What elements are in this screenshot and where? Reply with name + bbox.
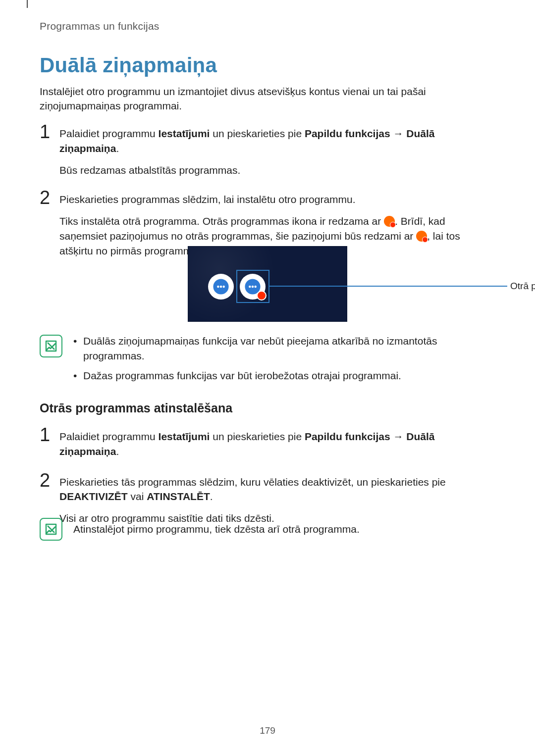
dual-app-badge-icon	[416, 231, 427, 242]
step-text: Palaidiet programmu Iestatījumi un piesk…	[59, 126, 495, 156]
section-header: Programmas un funkcijas	[40, 20, 160, 32]
note-item: Dažas programmas funkcijas var būt ierob…	[73, 368, 495, 383]
note-text: Atinstalējot pirmo programmu, tiek dzēst…	[73, 517, 360, 541]
intro-paragraph: Instalējiet otro programmu un izmantojie…	[40, 85, 495, 113]
step-subtext: Būs redzamas atbalstītās programmas.	[59, 163, 495, 178]
app-icon-primary	[208, 274, 234, 300]
callout-leader-line	[269, 286, 507, 287]
callout-box	[236, 270, 269, 303]
page-number: 179	[0, 725, 535, 736]
margin-rule	[27, 0, 28, 8]
figure-dual-app-homescreen: Otrā programma	[188, 246, 347, 322]
svg-point-2	[220, 286, 222, 288]
step-text: Pieskarieties tās programmas slēdzim, ku…	[59, 475, 495, 504]
step-number: 1	[40, 122, 59, 177]
step-text: Pieskarieties programmas slēdzim, lai in…	[59, 192, 495, 207]
note-icon	[40, 335, 62, 357]
step-text: Palaidiet programmu Iestatījumi un piesk…	[59, 429, 495, 459]
note-icon	[40, 518, 62, 541]
svg-point-1	[217, 286, 219, 288]
subheading: Otrās programmas atinstalēšana	[40, 401, 232, 415]
step-number: 1	[40, 425, 59, 459]
page-title: Duālā ziņapmaiņa	[40, 53, 217, 77]
note-item: Duālās ziņojumapmaiņas funkcija var nebū…	[73, 334, 495, 363]
dual-app-badge-icon	[384, 216, 395, 227]
svg-point-3	[222, 286, 225, 288]
callout-label: Otrā programma	[510, 281, 535, 292]
